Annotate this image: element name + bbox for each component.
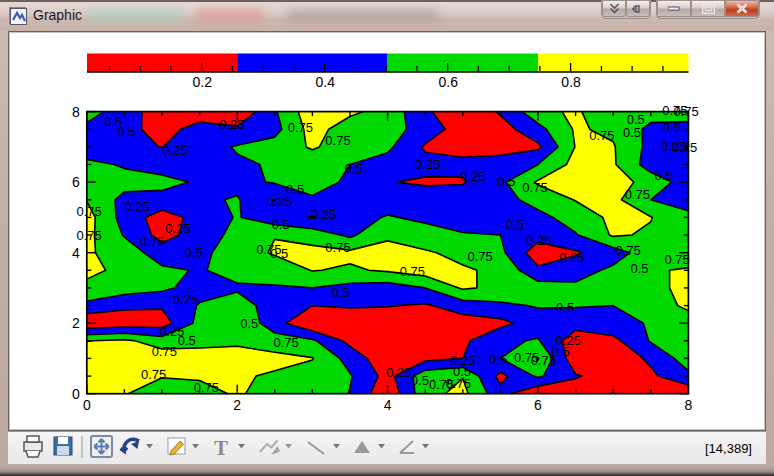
svg-text:0.25: 0.25 bbox=[386, 365, 411, 380]
svg-text:0.25: 0.25 bbox=[559, 250, 584, 265]
svg-text:0.75: 0.75 bbox=[589, 128, 614, 143]
svg-text:0.25: 0.25 bbox=[162, 143, 187, 158]
svg-text:0.75: 0.75 bbox=[140, 234, 165, 249]
svg-text:0.5: 0.5 bbox=[556, 300, 574, 315]
svg-text:0.75: 0.75 bbox=[194, 380, 219, 395]
svg-text:0.5: 0.5 bbox=[497, 174, 515, 189]
svg-text:0.6: 0.6 bbox=[438, 74, 458, 90]
svg-text:0.75: 0.75 bbox=[616, 243, 641, 258]
svg-text:0.75: 0.75 bbox=[76, 204, 101, 219]
svg-text:0.75: 0.75 bbox=[76, 228, 101, 243]
svg-text:0.25: 0.25 bbox=[672, 140, 697, 155]
svg-text:0.5: 0.5 bbox=[345, 161, 363, 176]
svg-text:0.75: 0.75 bbox=[664, 252, 689, 267]
svg-text:0.75: 0.75 bbox=[325, 133, 350, 148]
svg-text:0: 0 bbox=[83, 397, 91, 413]
svg-text:8: 8 bbox=[685, 397, 693, 413]
svg-text:4: 4 bbox=[72, 245, 80, 261]
svg-text:0.8: 0.8 bbox=[561, 74, 581, 90]
svg-text:0.25: 0.25 bbox=[125, 199, 150, 214]
svg-text:0.5: 0.5 bbox=[117, 124, 135, 139]
svg-text:0.75: 0.75 bbox=[467, 249, 492, 264]
svg-text:0.5: 0.5 bbox=[185, 245, 203, 260]
svg-text:0.75: 0.75 bbox=[522, 180, 547, 195]
svg-text:0.5: 0.5 bbox=[552, 344, 570, 359]
svg-text:0.75: 0.75 bbox=[325, 240, 350, 255]
svg-text:0.5: 0.5 bbox=[506, 217, 524, 232]
svg-text:0.5: 0.5 bbox=[663, 120, 681, 135]
svg-text:0.2: 0.2 bbox=[193, 74, 213, 90]
svg-text:2: 2 bbox=[233, 397, 241, 413]
svg-text:0.25: 0.25 bbox=[460, 169, 485, 184]
svg-text:0.75: 0.75 bbox=[288, 120, 313, 135]
svg-text:0.75: 0.75 bbox=[141, 367, 166, 382]
svg-text:0.5: 0.5 bbox=[331, 285, 349, 300]
svg-text:0.5: 0.5 bbox=[623, 125, 641, 140]
svg-text:0.25: 0.25 bbox=[415, 157, 440, 172]
svg-text:0.4: 0.4 bbox=[315, 74, 335, 90]
svg-text:4: 4 bbox=[384, 397, 392, 413]
svg-text:0.5: 0.5 bbox=[286, 182, 304, 197]
svg-text:0.75: 0.75 bbox=[625, 187, 650, 202]
svg-text:0.5: 0.5 bbox=[270, 246, 288, 261]
svg-text:0.25: 0.25 bbox=[311, 207, 336, 222]
svg-text:0.5: 0.5 bbox=[630, 261, 648, 276]
svg-text:0.5: 0.5 bbox=[411, 373, 429, 388]
svg-text:0.25: 0.25 bbox=[165, 221, 190, 236]
svg-text:0.25: 0.25 bbox=[219, 117, 244, 132]
svg-text:0.5: 0.5 bbox=[489, 352, 507, 367]
svg-text:0: 0 bbox=[72, 386, 80, 402]
svg-text:0.75: 0.75 bbox=[152, 344, 177, 359]
svg-text:0.5: 0.5 bbox=[240, 316, 258, 331]
svg-text:0.25: 0.25 bbox=[173, 292, 198, 307]
svg-text:T: T bbox=[214, 436, 228, 460]
svg-text:0.75: 0.75 bbox=[673, 104, 698, 119]
svg-text:2: 2 bbox=[72, 315, 80, 331]
svg-text:0.75: 0.75 bbox=[273, 335, 298, 350]
svg-text:0.25: 0.25 bbox=[526, 233, 551, 248]
svg-text:0.5: 0.5 bbox=[655, 168, 673, 183]
svg-text:6: 6 bbox=[72, 174, 80, 190]
svg-text:0.5: 0.5 bbox=[272, 217, 290, 232]
svg-text:8: 8 bbox=[72, 104, 80, 120]
svg-text:0.75: 0.75 bbox=[400, 264, 425, 279]
svg-text:0.5: 0.5 bbox=[178, 333, 196, 348]
svg-text:0.75: 0.75 bbox=[429, 377, 454, 392]
svg-text:6: 6 bbox=[534, 397, 542, 413]
